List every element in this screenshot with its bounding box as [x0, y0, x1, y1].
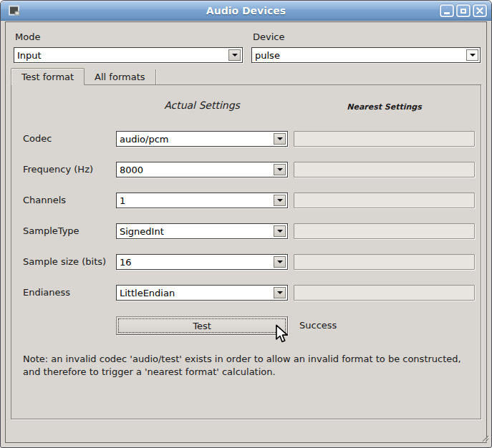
samplesize-select-value: 16 — [120, 257, 287, 268]
resize-grip[interactable] — [480, 432, 489, 445]
frequency-select[interactable]: 8000 — [116, 162, 288, 177]
sampletype-select[interactable]: SignedInt — [116, 223, 288, 239]
mode-select[interactable]: Input — [14, 47, 243, 63]
endianess-dropdown-button[interactable] — [274, 287, 286, 298]
codec-label: Codec — [23, 133, 52, 144]
device-dropdown-button[interactable] — [466, 49, 478, 61]
codec-nearest-field — [294, 131, 475, 147]
actual-settings-header: Actual Settings — [116, 99, 288, 111]
test-button[interactable]: Test — [116, 316, 288, 335]
titlebar: Audio Devices — [1, 1, 491, 21]
mouse-cursor — [275, 324, 289, 347]
channels-nearest-field — [294, 193, 475, 208]
chevron-down-icon — [470, 54, 476, 57]
status-text: Success — [299, 320, 337, 331]
endianess-nearest-field — [294, 285, 475, 301]
note-text: Note: an invalid codec 'audio/test' exis… — [23, 353, 478, 379]
device-select[interactable]: pulse — [251, 47, 481, 63]
tab-all-formats[interactable]: All formats — [85, 69, 155, 84]
close-icon — [476, 7, 483, 14]
endianess-label: Endianess — [23, 287, 70, 298]
chevron-down-icon — [232, 54, 238, 57]
client-area: Mode Input Device pulse Test format All … — [5, 21, 487, 443]
codec-dropdown-button[interactable] — [274, 133, 286, 145]
tab-test-format[interactable]: Test format — [11, 68, 85, 85]
channels-select[interactable]: 1 — [116, 193, 288, 208]
frequency-select-value: 8000 — [120, 165, 287, 175]
device-select-value: pulse — [255, 50, 480, 61]
codec-select-value: audio/pcm — [120, 134, 287, 145]
close-button[interactable] — [473, 4, 487, 17]
chevron-down-icon — [277, 137, 283, 140]
test-format-pane: Actual Settings Nearest Settings Codec a… — [11, 84, 481, 419]
channels-label: Channels — [23, 195, 66, 205]
device-label: Device — [253, 31, 284, 42]
sampletype-dropdown-button[interactable] — [274, 225, 286, 237]
mode-label: Mode — [15, 31, 40, 42]
mode-dropdown-button[interactable] — [228, 49, 241, 61]
chevron-down-icon — [277, 291, 283, 294]
tab-bar: Test format All formats — [11, 68, 156, 85]
samplesize-nearest-field — [294, 254, 475, 270]
chevron-down-icon — [277, 230, 283, 233]
sampletype-nearest-field — [294, 223, 475, 239]
maximize-button[interactable] — [456, 4, 471, 17]
codec-select[interactable]: audio/pcm — [116, 131, 288, 147]
nearest-settings-header: Nearest Settings — [294, 102, 475, 112]
samplesize-select[interactable]: 16 — [116, 254, 288, 270]
chevron-down-icon — [277, 260, 283, 263]
audio-devices-window: Audio Devices Mode Input Device pulse Te… — [0, 0, 492, 448]
window-title: Audio Devices — [1, 5, 491, 16]
samplesize-label: Sample size (bits) — [23, 256, 106, 267]
endianess-select-value: LittleEndian — [120, 288, 287, 298]
sampletype-label: SampleType — [23, 225, 79, 236]
samplesize-dropdown-button[interactable] — [274, 256, 286, 268]
channels-dropdown-button[interactable] — [274, 195, 286, 206]
minimize-button[interactable] — [440, 4, 454, 17]
minimize-icon — [444, 12, 450, 14]
chevron-down-icon — [277, 168, 283, 171]
frequency-nearest-field — [294, 162, 475, 177]
channels-select-value: 1 — [120, 195, 287, 206]
chevron-down-icon — [277, 199, 283, 202]
maximize-icon — [460, 9, 466, 14]
mode-select-value: Input — [17, 50, 242, 61]
frequency-dropdown-button[interactable] — [274, 164, 286, 175]
endianess-select[interactable]: LittleEndian — [116, 285, 288, 301]
frequency-label: Frequency (Hz) — [23, 164, 93, 175]
sampletype-select-value: SignedInt — [120, 226, 287, 237]
